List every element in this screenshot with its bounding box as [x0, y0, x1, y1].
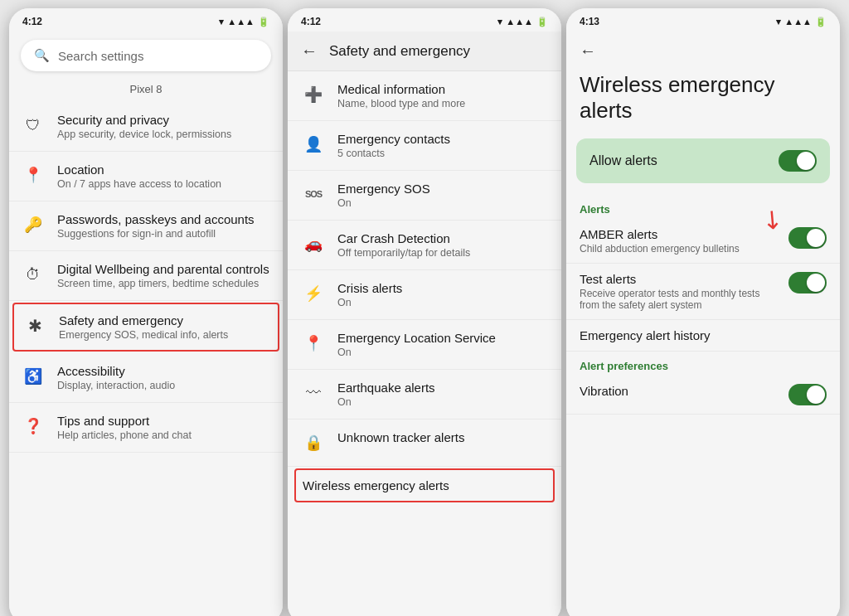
phone3-status-icons: ▾ ▲▲▲ 🔋	[776, 17, 827, 27]
phone2-nav-title: Safety and emergency	[329, 43, 470, 60]
settings-item-safety[interactable]: ✱ Safety and emergency Emergency SOS, me…	[12, 303, 279, 352]
wifi-icon: ▾	[219, 17, 224, 27]
tips-title: Tips and support	[57, 414, 192, 428]
settings-item-security[interactable]: 🛡 Security and privacy App security, dev…	[9, 102, 283, 152]
phone2-time: 4:12	[301, 16, 321, 27]
location-subtitle: On / 7 apps have access to location	[57, 178, 221, 190]
battery-icon: 🔋	[258, 17, 269, 27]
wifi-icon3: ▾	[776, 17, 781, 27]
settings-item-location[interactable]: 📍 Location On / 7 apps have access to lo…	[9, 152, 283, 201]
phone3-screen: ← Wireless emergency alerts Allow alerts…	[566, 32, 840, 616]
signal-icon3: ▲▲▲	[784, 17, 812, 27]
test-alerts-toggle[interactable]	[788, 272, 827, 293]
accessibility-title: Accessibility	[57, 364, 175, 378]
vibration-row[interactable]: Vibration	[566, 376, 840, 415]
vibration-toggle[interactable]	[788, 384, 827, 405]
phone2-status-icons: ▾ ▲▲▲ 🔋	[497, 17, 548, 27]
menu-els[interactable]: 📍 Emergency Location Service On	[288, 320, 561, 370]
wifi-icon2: ▾	[497, 17, 502, 27]
search-bar[interactable]: 🔍 Search settings	[21, 40, 271, 71]
wellbeing-subtitle: Screen time, app timers, bedtime schedul…	[57, 278, 269, 289]
els-icon: 📍	[301, 331, 326, 356]
medical-title: Medical information	[337, 82, 465, 96]
settings-item-accessibility[interactable]: ♿ Accessibility Display, interaction, au…	[9, 353, 283, 403]
settings-item-passwords[interactable]: 🔑 Passwords, passkeys and accounts Sugge…	[9, 201, 283, 251]
medical-subtitle: Name, blood type and more	[337, 98, 465, 109]
tips-subtitle: Help articles, phone and chat	[57, 429, 192, 441]
signal-icon: ▲▲▲	[227, 17, 255, 27]
security-subtitle: App security, device lock, permissions	[57, 129, 231, 140]
phone3-nav-header: ←	[566, 32, 840, 64]
alerts-section-label: Alerts	[566, 195, 840, 219]
els-subtitle: On	[337, 347, 496, 358]
earthquake-title: Earthquake alerts	[337, 381, 435, 395]
wireless-alerts-title: Wireless emergency alerts	[566, 64, 840, 135]
signal-icon2: ▲▲▲	[506, 17, 533, 27]
phone2: 4:12 ▾ ▲▲▲ 🔋 ← Safety and emergency ➕ Me…	[288, 8, 561, 616]
car-crash-title: Car Crash Detection	[337, 231, 470, 245]
menu-tracker[interactable]: 🔒 Unknown tracker alerts	[288, 420, 561, 467]
phone3-back-button[interactable]: ←	[580, 41, 596, 61]
safety-subtitle: Emergency SOS, medical info, alerts	[59, 329, 228, 341]
vibration-title: Vibration	[580, 384, 780, 398]
menu-crisis[interactable]: ⚡ Crisis alerts On	[288, 270, 561, 320]
test-alerts-title: Test alerts	[580, 272, 780, 286]
phone3: 4:13 ▾ ▲▲▲ 🔋 ← Wireless emergency alerts…	[566, 8, 840, 616]
crisis-subtitle: On	[337, 297, 402, 308]
phone1-time: 4:12	[22, 16, 42, 27]
phone3-time: 4:13	[580, 16, 599, 27]
menu-earthquake[interactable]: 〰 Earthquake alerts On	[288, 370, 561, 420]
location-title: Location	[57, 162, 221, 177]
search-icon: 🔍	[34, 48, 50, 63]
allow-alerts-toggle[interactable]	[779, 150, 817, 172]
passwords-title: Passwords, passkeys and accounts	[57, 212, 255, 226]
phone1-status-icons: ▾ ▲▲▲ 🔋	[219, 17, 269, 27]
menu-wireless[interactable]: Wireless emergency alerts	[294, 468, 555, 502]
menu-contacts[interactable]: 👤 Emergency contacts 5 contacts	[288, 121, 561, 171]
test-alerts-row[interactable]: Test alerts Receive operator tests and m…	[566, 264, 840, 320]
phone2-nav-header: ← Safety and emergency	[288, 32, 561, 71]
tracker-title: Unknown tracker alerts	[337, 430, 464, 444]
emergency-history-title: Emergency alert history	[580, 328, 827, 342]
amber-alerts-subtitle: Child abduction emergency bulletins	[580, 243, 780, 255]
sos-subtitle: On	[337, 197, 430, 209]
contacts-subtitle: 5 contacts	[337, 148, 450, 159]
safety-icon: ✱	[24, 315, 46, 337]
menu-sos[interactable]: SOS Emergency SOS On	[288, 171, 561, 221]
wellbeing-title: Digital Wellbeing and parental controls	[57, 262, 269, 276]
accessibility-icon: ♿	[22, 366, 44, 387]
phone2-status-bar: 4:12 ▾ ▲▲▲ 🔋	[288, 8, 561, 32]
emergency-history-row[interactable]: Emergency alert history	[566, 320, 840, 352]
contacts-title: Emergency contacts	[337, 132, 450, 146]
phone2-back-button[interactable]: ←	[301, 41, 318, 61]
crisis-title: Crisis alerts	[337, 281, 402, 295]
phone2-screen: ← Safety and emergency ➕ Medical informa…	[288, 32, 561, 616]
crisis-icon: ⚡	[301, 281, 326, 306]
settings-item-tips[interactable]: ❓ Tips and support Help articles, phone …	[9, 403, 283, 453]
passwords-subtitle: Suggestions for sign-in and autofill	[57, 228, 255, 240]
phone1-screen: 🔍 Search settings Pixel 8 🛡 Security and…	[9, 32, 283, 616]
car-crash-icon: 🚗	[301, 231, 326, 256]
security-title: Security and privacy	[57, 113, 231, 127]
phone1: 4:12 ▾ ▲▲▲ 🔋 🔍 Search settings Pixel 8 🛡…	[9, 8, 283, 616]
test-alerts-subtitle: Receive operator tests and monthly tests…	[580, 288, 780, 311]
wireless-title: Wireless emergency alerts	[303, 478, 449, 492]
amber-alerts-row[interactable]: AMBER alerts Child abduction emergency b…	[566, 219, 840, 264]
tracker-icon: 🔒	[301, 430, 326, 455]
sos-icon: SOS	[301, 182, 326, 206]
contacts-icon: 👤	[301, 132, 326, 157]
menu-medical[interactable]: ➕ Medical information Name, blood type a…	[288, 71, 561, 121]
medical-icon: ➕	[301, 82, 326, 107]
battery-icon2: 🔋	[536, 17, 548, 27]
menu-car-crash[interactable]: 🚗 Car Crash Detection Off temporarily/ta…	[288, 221, 561, 270]
allow-alerts-row[interactable]: Allow alerts	[576, 138, 830, 183]
device-label: Pixel 8	[9, 83, 283, 95]
els-title: Emergency Location Service	[337, 331, 496, 345]
amber-alerts-title: AMBER alerts	[580, 227, 780, 241]
phone3-status-bar: 4:13 ▾ ▲▲▲ 🔋	[566, 8, 840, 32]
settings-item-wellbeing[interactable]: ⏱ Digital Wellbeing and parental control…	[9, 251, 283, 301]
safety-title: Safety and emergency	[59, 313, 228, 327]
amber-toggle[interactable]	[788, 227, 827, 249]
phone1-status-bar: 4:12 ▾ ▲▲▲ 🔋	[9, 8, 283, 32]
location-icon: 📍	[22, 164, 44, 186]
